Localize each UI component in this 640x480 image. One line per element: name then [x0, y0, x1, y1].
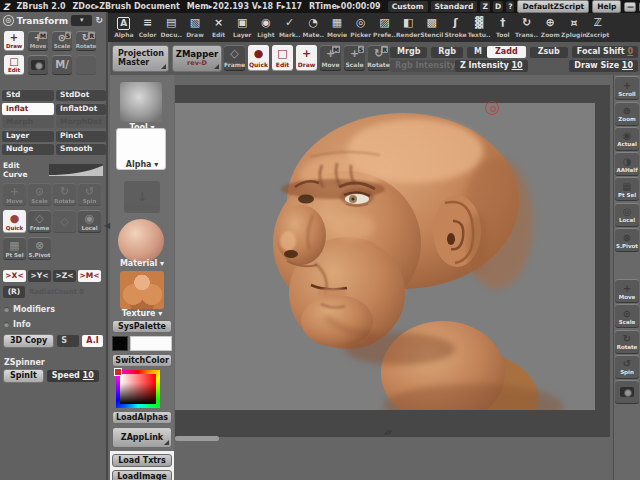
sculpted-head-model[interactable] — [175, 103, 595, 410]
move-mode-button[interactable]: M + Move — [28, 31, 48, 51]
actual-shelf-button[interactable]: ◉ Actual — [615, 127, 639, 151]
draw-size-slider[interactable]: Draw Size 10 — [569, 60, 638, 72]
draw-mode-button[interactable]: + Draw — [4, 31, 24, 51]
tool-menu-item[interactable]: † Tool — [491, 14, 515, 41]
custom-ui-button[interactable]: Custom — [388, 1, 428, 12]
stencil-menu-item[interactable]: ▩ Stencil — [420, 14, 444, 41]
rotate-shelf-button[interactable]: R ↻ Rotate — [368, 45, 389, 71]
rotate-shelf-button[interactable]: ↻ Rotate — [615, 330, 639, 354]
s-pivot-shelf-button[interactable]: ⊗ S.Pivot — [615, 228, 639, 252]
color-menu-item[interactable]: ≡ Color — [136, 14, 160, 41]
z-intensity-slider[interactable]: Z Intensity 10 — [455, 60, 528, 72]
move-shelf-button[interactable]: + Move — [615, 279, 639, 303]
zoom-shelf-button[interactable]: ⊕ Zoom — [615, 102, 639, 126]
unused-mode-button[interactable] — [76, 55, 96, 75]
focal-shift-slider[interactable]: Focal Shift 0 — [572, 46, 638, 58]
mrgb-grabber-mode-button[interactable]: M/ — [52, 55, 72, 75]
cube-view-button[interactable]: ◇ — [53, 210, 76, 233]
move-gyro-button[interactable]: + Move — [3, 183, 26, 206]
scale-shelf-button[interactable]: S + Scale — [344, 45, 365, 71]
alpha-label[interactable]: Alpha ▾ — [110, 160, 174, 169]
main-color-swatch[interactable] — [130, 336, 172, 351]
tool-thumbnail[interactable] — [120, 82, 162, 122]
inflatdot-brush-button[interactable]: InflatDot — [56, 103, 106, 115]
zapplink-button[interactable]: ZAppLink — [112, 427, 172, 448]
alpha-menu-item[interactable]: A Alpha — [112, 14, 136, 41]
loadimage-button[interactable]: LoadImage — [112, 470, 172, 480]
canvas-scroll-thumb[interactable] — [175, 436, 219, 441]
switchcolor-button[interactable]: SwitchColor — [112, 354, 172, 367]
snapshot-mode-button[interactable] — [28, 55, 48, 75]
zadd-button[interactable]: Zadd — [487, 46, 526, 58]
light-menu-item[interactable]: ◉ Light — [254, 14, 278, 41]
spinit-button[interactable]: SpinIt — [3, 369, 44, 383]
layer-brush-button[interactable]: Layer — [2, 130, 54, 142]
spin-gyro-button[interactable]: ↺ Spin — [78, 183, 101, 206]
palette-menu-widget[interactable]: ▾ — [71, 15, 92, 26]
morphdot-brush-button[interactable]: MorphDot — [56, 116, 106, 128]
zmapper-button[interactable]: ZMapper rev-D — [172, 45, 222, 72]
help-button[interactable]: Help — [592, 0, 621, 13]
color-picker-gradient[interactable] — [120, 374, 156, 404]
modifiers-section-header[interactable]: Modifiers — [0, 300, 106, 315]
radial-r-button[interactable]: (R) — [3, 286, 25, 298]
material-menu-item[interactable]: ◔ Mate.. — [302, 14, 326, 41]
aahalf-shelf-button[interactable]: ◑ AAHalf — [615, 152, 639, 176]
color-picker[interactable] — [116, 370, 160, 408]
rotate-gyro-button[interactable]: ↻ Rotate — [53, 183, 76, 206]
frame-shelf-button[interactable]: ◇ Frame — [224, 45, 245, 71]
edit-menu-item[interactable]: × Edit — [207, 14, 231, 41]
zsub-button[interactable]: Zsub — [530, 46, 568, 58]
stroke-label[interactable]: Stroke ▾ — [110, 203, 174, 212]
default-zscript-button[interactable]: DefaultZScript — [517, 0, 589, 13]
layer-menu-item[interactable]: ▣ Layer — [230, 14, 254, 41]
marker-menu-item[interactable]: ✓ Mark.. — [278, 14, 302, 41]
rotate-mode-button[interactable]: R ↻ Rotate — [76, 31, 96, 51]
preferences-menu-item[interactable]: ▨ Prefe.. — [373, 14, 397, 41]
document-canvas[interactable] — [175, 103, 595, 410]
texture-menu-item[interactable]: ▓ Textu.. — [467, 14, 491, 41]
z-axis-button[interactable]: >Z< — [53, 270, 76, 282]
edit-curve-widget[interactable] — [49, 164, 103, 176]
pinch-brush-button[interactable]: Pinch — [56, 130, 106, 142]
loadalphas-button[interactable]: LoadAlphas — [112, 411, 172, 424]
panel-collapse-arrow[interactable]: ◀ — [104, 221, 110, 230]
y-axis-button[interactable]: >Y< — [28, 270, 51, 282]
spin-shelf-button[interactable]: ↺ Spin — [615, 355, 639, 379]
material-label[interactable]: Material ▾ — [110, 259, 174, 268]
scale-mode-button[interactable]: S ⊙ Scale — [52, 31, 72, 51]
mrgb-button[interactable]: Mrgb — [390, 46, 427, 58]
syspalette-button[interactable]: SysPalette — [112, 320, 172, 333]
speed-slider[interactable]: Speed 10 — [47, 370, 99, 382]
secondary-color-swatch[interactable] — [112, 336, 128, 351]
zoom-menu-item[interactable]: ⊕ Zoom — [538, 14, 562, 41]
stroke-menu-item[interactable]: ʃ Stroke — [444, 14, 468, 41]
rgb-button[interactable]: Rgb — [431, 46, 463, 58]
draw-shelf-button[interactable]: + Draw — [296, 45, 317, 71]
draw-menu-item[interactable]: ▧ Draw — [183, 14, 207, 41]
movie-menu-item[interactable]: ▦ Movie — [325, 14, 349, 41]
edit-shelf-button[interactable]: □ Edit — [272, 45, 293, 71]
move-shelf-button[interactable]: M + Move — [320, 45, 341, 71]
ai-button[interactable]: A.I — [82, 335, 102, 347]
s-pivot-button[interactable]: ⊗ S.Pivot — [28, 237, 51, 260]
texture-thumbnail[interactable] — [120, 271, 164, 309]
std-brush-button[interactable]: Std — [2, 89, 54, 101]
zscript-menu-item[interactable]: ℤ Zscript — [586, 14, 610, 41]
transform-menu-item[interactable]: ↻ Trans.. — [515, 14, 539, 41]
zplugin-menu-item[interactable]: ¤ Zplugin — [562, 14, 586, 41]
smooth-brush-button[interactable]: Smooth — [56, 143, 106, 155]
frame-view-button[interactable]: ◇ Frame — [28, 210, 51, 233]
document-menu-item[interactable]: ▤ Docu.. — [159, 14, 183, 41]
nudge-brush-button[interactable]: Nudge — [2, 143, 54, 155]
m-button[interactable]: M — [467, 46, 489, 58]
x-axis-button[interactable]: >X< — [3, 270, 26, 282]
pt-sel-button[interactable]: ▦ Pt Sel — [3, 237, 26, 260]
3d-copy-button[interactable]: 3D Copy — [3, 334, 54, 348]
info-section-header[interactable]: Info — [0, 315, 106, 330]
edit-mode-button[interactable]: □ Edit — [4, 55, 24, 75]
scroll-shelf-button[interactable]: + Scroll — [615, 76, 639, 100]
palette-refresh-icon[interactable]: ↻ — [95, 15, 103, 26]
z-button[interactable]: Z — [480, 1, 489, 12]
canvas-divider-arrows[interactable]: ▲▼ — [384, 428, 391, 435]
